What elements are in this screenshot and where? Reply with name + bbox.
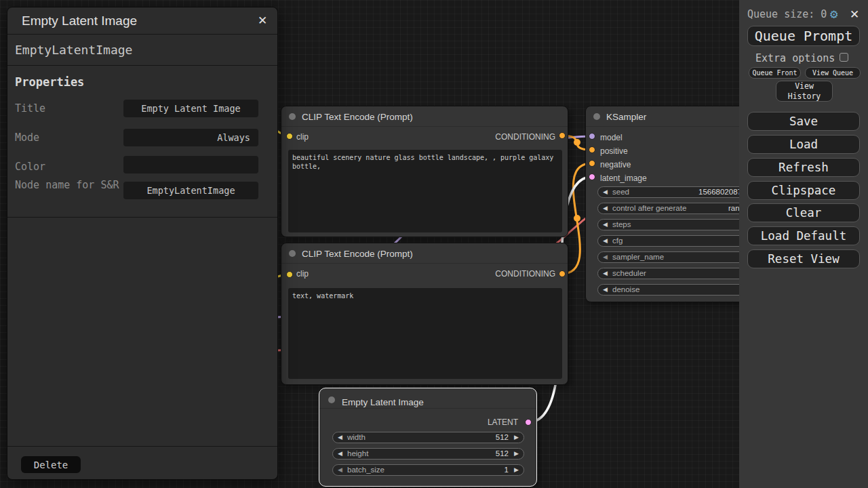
node-header[interactable]: Empty Latent Image	[319, 388, 536, 409]
comfy-menu: Queue size: 0 ⚙ ✕ Queue Prompt Extra opt…	[739, 0, 868, 488]
queue-size-text: Queue size: 0	[747, 8, 827, 20]
decrement-arrow-icon[interactable]: ◀	[603, 188, 608, 195]
mode-field-input[interactable]: Always	[123, 129, 258, 146]
decrement-arrow-icon[interactable]: ◀	[603, 253, 608, 260]
properties-section-heading: Properties	[15, 75, 84, 89]
steps-widget[interactable]: ◀ steps	[597, 219, 752, 230]
decrement-arrow-icon[interactable]: ◀	[338, 466, 342, 473]
load-default-button[interactable]: Load Default	[747, 226, 860, 245]
decrement-arrow-icon[interactable]: ◀	[603, 205, 608, 211]
widget-label: cfg	[612, 237, 623, 245]
scheduler-widget[interactable]: ◀ scheduler	[597, 268, 752, 279]
node-title: Empty Latent Image	[342, 397, 424, 407]
decrement-arrow-icon[interactable]: ◀	[603, 286, 608, 293]
widget-value: 512	[496, 433, 509, 441]
prompt-textarea[interactable]: text, watermark	[288, 288, 562, 379]
load-button[interactable]: Load	[747, 135, 860, 154]
widget-label: steps	[612, 220, 631, 228]
model-input-label: model	[600, 133, 623, 142]
widget-label: width	[347, 433, 366, 441]
mode-field-label: Mode	[15, 131, 39, 144]
conditioning-output-label: CONDITIONING	[495, 269, 555, 279]
node-clip-text-encode-positive[interactable]: CLIP Text Encode (Prompt) clip CONDITION…	[281, 106, 568, 237]
widget-value: ran	[728, 204, 740, 212]
node-name-sr-field-input[interactable]: EmptyLatentImage	[123, 182, 258, 199]
widget-label: scheduler	[612, 269, 646, 277]
dialog-title: Empty Latent Image	[22, 14, 137, 28]
widget-label: sampler_name	[612, 253, 664, 261]
comfyui-canvas[interactable]: CLIP Text Encode (Prompt) clip CONDITION…	[0, 0, 868, 488]
widget-value: 1	[505, 466, 509, 474]
title-field-label: Title	[15, 102, 45, 115]
sampler-name-widget[interactable]: ◀ sampler_name	[597, 251, 752, 263]
node-header[interactable]: CLIP Text Encode (Prompt)	[281, 243, 568, 264]
positive-input-label: positive	[600, 146, 628, 156]
width-widget[interactable]: ◀ width 512 ▶	[332, 432, 524, 443]
color-field-label: Color	[15, 161, 45, 173]
node-title: CLIP Text Encode (Prompt)	[302, 112, 413, 122]
node-title: CLIP Text Encode (Prompt)	[302, 249, 413, 259]
node-collapse-dot-icon[interactable]	[328, 396, 335, 403]
color-field-input[interactable]	[123, 156, 258, 174]
denoise-widget[interactable]: ◀ denoise	[597, 284, 752, 296]
extra-options-checkbox[interactable]	[840, 53, 848, 62]
close-icon[interactable]: ✕	[850, 7, 859, 22]
prompt-textarea[interactable]: beautiful scenery nature glass bottle la…	[288, 150, 562, 232]
close-icon[interactable]: ✕	[255, 14, 270, 28]
dialog-titlebar: Empty Latent Image ✕	[7, 7, 277, 35]
save-button[interactable]: Save	[747, 112, 860, 131]
seed-widget[interactable]: ◀ seed 1566802087	[597, 186, 752, 198]
widget-label: control after generate	[612, 204, 686, 212]
link-midpoint-dot	[574, 139, 580, 146]
latent-output-label: LATENT	[488, 418, 518, 427]
node-header[interactable]: KSampler	[586, 106, 756, 127]
decrement-arrow-icon[interactable]: ◀	[338, 450, 342, 457]
decrement-arrow-icon[interactable]: ◀	[338, 434, 342, 441]
refresh-button[interactable]: Refresh	[747, 158, 860, 177]
node-ksampler[interactable]: KSampler model positive negative latent_…	[585, 106, 757, 302]
increment-arrow-icon[interactable]: ▶	[514, 466, 519, 473]
node-collapse-dot-icon[interactable]	[289, 113, 296, 120]
decrement-arrow-icon[interactable]: ◀	[603, 221, 608, 228]
conditioning-output-label: CONDITIONING	[495, 132, 555, 142]
node-header[interactable]: CLIP Text Encode (Prompt)	[281, 106, 568, 127]
queue-prompt-button[interactable]: Queue Prompt	[747, 26, 860, 46]
decrement-arrow-icon[interactable]: ◀	[603, 237, 608, 244]
delete-button[interactable]: Delete	[21, 456, 81, 473]
latent-image-input-label: latent_image	[600, 174, 647, 183]
widget-label: batch_size	[347, 466, 384, 474]
control-after-generate-widget[interactable]: ◀ control after generate ran	[597, 203, 752, 214]
gear-icon[interactable]: ⚙	[830, 7, 837, 20]
negative-input-label: negative	[600, 160, 631, 169]
widget-label: seed	[612, 188, 629, 196]
decrement-arrow-icon[interactable]: ◀	[603, 270, 608, 277]
height-widget[interactable]: ◀ height 512 ▶	[332, 448, 524, 460]
widget-value: 512	[496, 449, 509, 458]
reset-view-button[interactable]: Reset View	[747, 249, 860, 268]
cfg-widget[interactable]: ◀ cfg	[597, 235, 752, 247]
extra-options-label: Extra options	[755, 52, 835, 64]
node-type-name: EmptyLatentImage	[7, 35, 277, 66]
queue-front-button[interactable]: Queue Front	[749, 67, 801, 79]
clear-button[interactable]: Clear	[747, 203, 860, 222]
node-name-sr-field-label: Node name for S&R	[15, 178, 120, 192]
title-field-input[interactable]: Empty Latent Image	[123, 100, 258, 117]
node-collapse-dot-icon[interactable]	[593, 113, 600, 120]
clip-input-label: clip	[296, 269, 309, 279]
node-clip-text-encode-negative[interactable]: CLIP Text Encode (Prompt) clip CONDITION…	[281, 243, 568, 385]
increment-arrow-icon[interactable]: ▶	[514, 434, 519, 441]
increment-arrow-icon[interactable]: ▶	[514, 450, 519, 457]
dialog-divider	[7, 217, 277, 218]
node-title: KSampler	[606, 112, 646, 122]
widget-label: height	[347, 449, 368, 458]
widget-label: denoise	[612, 285, 639, 293]
view-queue-button[interactable]: View Queue	[805, 67, 861, 79]
view-history-button[interactable]: View History	[776, 81, 833, 102]
node-collapse-dot-icon[interactable]	[289, 250, 296, 257]
batch-size-widget[interactable]: ◀ batch_size 1 ▶	[332, 464, 524, 476]
clip-input-label: clip	[296, 132, 309, 142]
node-empty-latent-image[interactable]: Empty Latent Image LATENT ◀ width 512 ▶ …	[319, 388, 537, 487]
dialog-divider	[7, 446, 277, 447]
clipspace-button[interactable]: Clipspace	[747, 181, 860, 200]
node-properties-dialog: Empty Latent Image ✕ EmptyLatentImage Pr…	[7, 7, 278, 480]
